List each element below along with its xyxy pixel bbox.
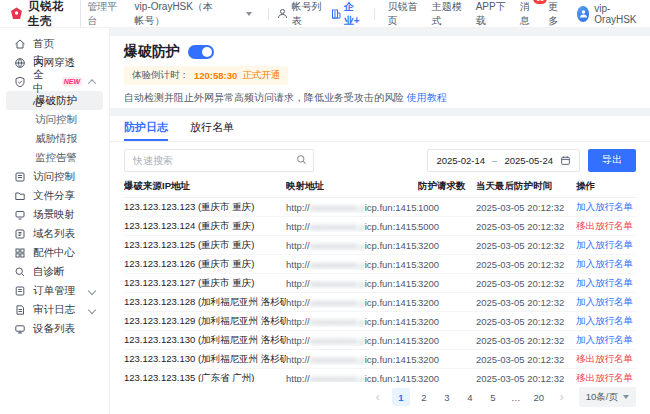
sidebar-item-burst-protection[interactable]: 爆破防护 bbox=[6, 91, 103, 110]
action-cell: 加入放行名单 bbox=[576, 277, 636, 290]
date-range-picker[interactable]: 2025-02-14 – 2025-05-24 bbox=[427, 149, 580, 172]
activate-link[interactable]: 正式开通 bbox=[242, 69, 280, 82]
log-card: 防护日志 放行名单 2025-02-14 – 2025-0 bbox=[110, 116, 650, 414]
masked-url-segment: xxxxxxxxxx.y bbox=[310, 354, 365, 365]
allowlist-action-link[interactable]: 加入放行名单 bbox=[576, 296, 633, 307]
tab-protection-logs[interactable]: 防护日志 bbox=[124, 116, 168, 141]
messages-link[interactable]: 消息 99 bbox=[520, 0, 536, 28]
feature-description: 自动检测并阻止外网异常高频访问请求，降低业务受攻击的风险 bbox=[124, 92, 404, 103]
allowlist-action-link[interactable]: 加入放行名单 bbox=[576, 334, 633, 345]
theme-mode-link[interactable]: 主题模式 bbox=[432, 0, 463, 28]
sidebar-item-access-control[interactable]: 访问控制 bbox=[4, 167, 105, 186]
action-cell: 加入放行名单 bbox=[576, 258, 636, 271]
sidebar-item-security[interactable]: 安全中心 NEW bbox=[4, 72, 105, 91]
enterprise-link[interactable]: 企业+ bbox=[331, 0, 361, 28]
table-row: 123.123.123.123 (重庆市 重庆) http://xxxxxxxx… bbox=[124, 198, 636, 217]
next-page-button[interactable]: › bbox=[553, 388, 571, 406]
username-label: vip-OrayHSK bbox=[594, 3, 640, 25]
sidebar-item-file-share[interactable]: 文件分享 bbox=[4, 186, 105, 205]
sidebar-item-nat[interactable]: 内网穿透 bbox=[4, 53, 105, 72]
page-list: 12345…20 bbox=[392, 388, 548, 406]
sidebar-item-audit-log[interactable]: 审计日志 bbox=[4, 300, 105, 319]
account-list-label: 帐号列表 bbox=[292, 0, 323, 28]
order-icon bbox=[14, 285, 26, 297]
masked-url-segment: xxxxxxxxxx.y bbox=[310, 221, 365, 232]
source-ip-cell: 123.123.123.125 (重庆市 重庆) bbox=[124, 239, 286, 252]
chevron-down-icon bbox=[623, 395, 629, 399]
allowlist-action-link[interactable]: 加入放行名单 bbox=[576, 201, 633, 212]
prev-page-button[interactable]: ‹ bbox=[369, 388, 387, 406]
request-count-cell: 3200 bbox=[418, 278, 476, 289]
scene-mapping-icon bbox=[14, 209, 26, 221]
sidebar-item-monitor-alert[interactable]: 监控告警 bbox=[6, 148, 103, 167]
last-protect-time-cell: 2025-03-05 20:12:32 bbox=[476, 221, 576, 232]
mapped-address-cell: http://xxxxxxxxxx.yicp.fun:14151… bbox=[286, 259, 418, 270]
request-count-cell: 3200 bbox=[418, 335, 476, 346]
sidebar-item-self-diagnosis[interactable]: 自诊断 bbox=[4, 262, 105, 281]
messages-badge: 99 bbox=[533, 0, 547, 4]
more-link[interactable]: 更多 bbox=[548, 0, 564, 28]
table-row: 123.123.123.129 (加利福尼亚州 洛杉矶) http://xxxx… bbox=[124, 312, 636, 331]
table-row: 123.123.123.124 (重庆市 重庆) http://xxxxxxxx… bbox=[124, 217, 636, 236]
top-bar: 贝锐花生壳 管理平台 vip-OrayHSK（本帐号） 帐号列表 企业+ 贝锐首… bbox=[0, 0, 650, 28]
audit-log-icon bbox=[14, 304, 26, 316]
user-menu[interactable]: vip-OrayHSK bbox=[577, 3, 640, 25]
page-button[interactable]: 1 bbox=[392, 388, 410, 406]
last-protect-time-cell: 2025-03-05 20:12:32 bbox=[476, 240, 576, 251]
app-window: 贝锐花生壳 管理平台 vip-OrayHSK（本帐号） 帐号列表 企业+ 贝锐首… bbox=[0, 0, 650, 414]
allowlist-action-link[interactable]: 移出放行名单 bbox=[576, 220, 633, 231]
chevron-up-icon bbox=[88, 79, 96, 87]
allowlist-action-link[interactable]: 加入放行名单 bbox=[576, 277, 633, 288]
sidebar-item-device-list[interactable]: 设备列表 bbox=[4, 319, 105, 338]
account-list-link[interactable]: 帐号列表 bbox=[277, 0, 323, 28]
page-size-select[interactable]: 10条/页 bbox=[579, 387, 636, 407]
date-start: 2025-02-14 bbox=[436, 155, 485, 166]
page-button[interactable]: 5 bbox=[484, 388, 502, 406]
avatar bbox=[577, 6, 590, 22]
page-button[interactable]: 3 bbox=[438, 388, 456, 406]
account-selector-dropdown[interactable]: vip-OrayHSK（本帐号） bbox=[127, 0, 260, 31]
export-button[interactable]: 导出 bbox=[588, 149, 636, 172]
sidebar-item-access-control-sub[interactable]: 访问控制 bbox=[6, 110, 103, 129]
action-cell: 加入放行名单 bbox=[576, 315, 636, 328]
sidebar-item-home[interactable]: 首页 bbox=[4, 34, 105, 53]
last-protect-time-cell: 2025-03-05 20:12:32 bbox=[476, 278, 576, 289]
platform-label: 管理平台 bbox=[80, 0, 118, 28]
bei-rui-home-link[interactable]: 贝锐首页 bbox=[388, 0, 419, 28]
search-input[interactable] bbox=[124, 149, 314, 172]
sidebar-item-threat-intel[interactable]: 威胁情报 bbox=[6, 129, 103, 148]
sidebar-item-domain-list[interactable]: 域名列表 bbox=[4, 224, 105, 243]
account-selector-value: vip-OrayHSK（本帐号） bbox=[135, 0, 220, 28]
sidebar-item-parts-center[interactable]: 配件中心 bbox=[4, 243, 105, 262]
search-icon[interactable] bbox=[296, 154, 307, 165]
sidebar-item-scene-mapping[interactable]: 场景映射 bbox=[4, 205, 105, 224]
allowlist-action-link[interactable]: 移出放行名单 bbox=[576, 353, 633, 364]
table-row: 123.123.123.135 (广东省 广州) http://xxxxxxxx… bbox=[124, 369, 636, 382]
last-protect-time-cell: 2025-03-05 20:12:32 bbox=[476, 202, 576, 213]
allowlist-action-link[interactable]: 加入放行名单 bbox=[576, 239, 633, 250]
source-ip-cell: 123.123.123.124 (重庆市 重庆) bbox=[124, 220, 286, 233]
feature-header-card: 爆破防护 体验倒计时： 120:58:30 正式开通 自动检测并阻止外网异常高频… bbox=[110, 36, 650, 108]
app-download-link[interactable]: APP下载 bbox=[476, 0, 507, 28]
sidebar: 首页 内网穿透 安全中心 NEW 爆破防护 访问控制 威胁情报 监 bbox=[0, 28, 110, 414]
chevron-down-icon bbox=[246, 12, 252, 16]
page-button[interactable]: … bbox=[507, 388, 525, 406]
action-cell: 加入放行名单 bbox=[576, 201, 636, 214]
sidebar-item-order-mgmt[interactable]: 订单管理 bbox=[4, 281, 105, 300]
page-button[interactable]: 2 bbox=[415, 388, 433, 406]
allowlist-action-link[interactable]: 移出放行名单 bbox=[576, 372, 633, 383]
last-protect-time-cell: 2025-03-05 20:12:32 bbox=[476, 373, 576, 383]
main-content: 爆破防护 体验倒计时： 120:58:30 正式开通 自动检测并阻止外网异常高频… bbox=[110, 28, 650, 414]
protection-toggle[interactable] bbox=[188, 45, 214, 59]
allowlist-action-link[interactable]: 加入放行名单 bbox=[576, 315, 633, 326]
page-button[interactable]: 4 bbox=[461, 388, 479, 406]
home-icon bbox=[14, 38, 26, 50]
page-button[interactable]: 20 bbox=[530, 388, 548, 406]
request-count-cell: 1000 bbox=[418, 202, 476, 213]
tab-allowlist[interactable]: 放行名单 bbox=[190, 116, 234, 141]
tutorial-link[interactable]: 使用教程 bbox=[407, 92, 447, 103]
col-last-time: 当天最后防护时间 bbox=[476, 180, 576, 193]
last-protect-time-cell: 2025-03-05 20:12:32 bbox=[476, 335, 576, 346]
mapped-address-cell: http://xxxxxxxxxx.yicp.fun:14151… bbox=[286, 335, 418, 346]
allowlist-action-link[interactable]: 加入放行名单 bbox=[576, 258, 633, 269]
